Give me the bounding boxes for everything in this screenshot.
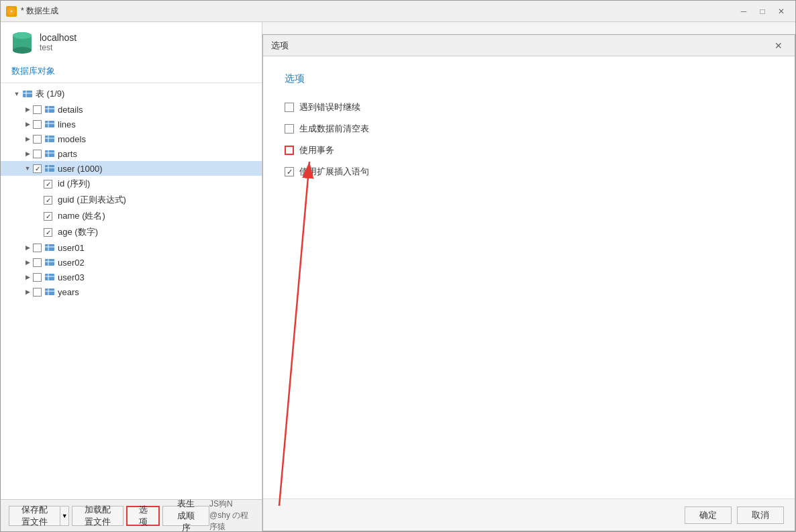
- option-label-3: 使用事务: [299, 144, 334, 156]
- svg-rect-9: [45, 106, 54, 113]
- checkbox-id[interactable]: [44, 180, 52, 189]
- maximize-button[interactable]: □: [754, 5, 771, 18]
- tree-item-years[interactable]: ▶ years: [1, 284, 262, 299]
- tree-item-models[interactable]: ▶ models: [1, 131, 262, 146]
- label-name: name (姓名): [58, 210, 105, 222]
- checkbox-use-transaction[interactable]: [285, 146, 294, 155]
- tree-item-user02[interactable]: ▶ user02: [1, 255, 262, 270]
- svg-rect-27: [45, 259, 54, 266]
- window-title: * 数据生成: [21, 5, 735, 17]
- svg-point-5: [13, 32, 32, 39]
- tree-item-details[interactable]: ▶ details: [1, 102, 262, 117]
- main-window: * * 数据生成 ─ □ ✕: [0, 0, 796, 532]
- option-label-2: 生成数据前清空表: [299, 123, 369, 135]
- confirm-button[interactable]: 确定: [685, 507, 732, 524]
- tree-item-id[interactable]: id (序列): [1, 176, 262, 192]
- checkbox-name[interactable]: [44, 212, 52, 221]
- option-row-4: 使用扩展插入语句: [285, 166, 773, 178]
- table-icon-details: [44, 104, 55, 115]
- label-user01: user01: [58, 243, 85, 253]
- table-icon-years: [44, 286, 55, 297]
- save-config-dropdown[interactable]: ▼: [60, 506, 70, 526]
- db-icon: [11, 30, 33, 54]
- dialog-title: 选项: [271, 40, 770, 52]
- title-bar: * * 数据生成 ─ □ ✕: [1, 1, 795, 22]
- label-id: id (序列): [58, 178, 90, 190]
- svg-point-4: [13, 47, 32, 54]
- checkbox-years[interactable]: [33, 288, 42, 297]
- tree-item-guid[interactable]: guid (正则表达式): [1, 192, 262, 208]
- svg-rect-12: [45, 121, 54, 127]
- option-row-2: 生成数据前清空表: [285, 123, 773, 135]
- label-user02: user02: [58, 258, 85, 268]
- left-panel: localhost test 数据库对象 ▼ 表 (1/9): [1, 22, 262, 531]
- checkbox-age[interactable]: [44, 228, 52, 237]
- cancel-button[interactable]: 取消: [737, 507, 784, 524]
- tree-item-parts[interactable]: ▶ parts: [1, 146, 262, 161]
- dialog-close-button[interactable]: ✕: [770, 38, 787, 54]
- checkbox-clear-before-generate[interactable]: [285, 124, 294, 134]
- table-group-label: 表 (1/9): [36, 88, 64, 100]
- tree-item-name[interactable]: name (姓名): [1, 208, 262, 224]
- svg-rect-33: [45, 288, 54, 295]
- expand-icon-user: ▼: [22, 163, 33, 174]
- expand-icon-user01: ▶: [22, 242, 33, 253]
- minimize-button[interactable]: ─: [735, 5, 752, 18]
- table-order-button[interactable]: 表生成顺序: [162, 506, 209, 526]
- label-user03: user03: [58, 272, 85, 282]
- svg-rect-24: [45, 244, 54, 251]
- option-label-1: 遇到错误时继续: [299, 101, 360, 113]
- checkbox-user01[interactable]: [33, 244, 42, 252]
- label-lines: lines: [58, 119, 76, 129]
- label-age: age (数字): [58, 226, 98, 238]
- table-icon-user03: [44, 272, 55, 282]
- checkbox-user[interactable]: [33, 164, 42, 173]
- dialog-footer: 确定 取消: [263, 498, 795, 531]
- table-icon-user01: [44, 242, 55, 253]
- expand-icon: ▼: [11, 89, 22, 99]
- checkbox-user02[interactable]: [33, 258, 42, 267]
- expand-icon-years: ▶: [22, 286, 33, 297]
- expand-icon-user03: ▶: [22, 272, 33, 282]
- checkbox-use-extended-insert[interactable]: [285, 167, 294, 176]
- tree-item-user03[interactable]: ▶ user03: [1, 270, 262, 284]
- checkbox-user03[interactable]: [33, 273, 42, 282]
- checkbox-details[interactable]: [33, 105, 42, 114]
- db-name-label: test: [40, 43, 77, 52]
- tree-item-age[interactable]: age (数字): [1, 224, 262, 240]
- checkbox-guid[interactable]: [44, 196, 52, 205]
- tree-area[interactable]: ▼ 表 (1/9) ▶: [1, 83, 262, 499]
- dialog-content: 选项 遇到错误时继续 生成数据前清空表 使用事务 使用扩展插入语句: [263, 56, 795, 498]
- checkbox-models[interactable]: [33, 135, 42, 144]
- window-controls: ─ □ ✕: [735, 5, 790, 18]
- expand-icon-parts: ▶: [22, 148, 33, 159]
- tree-item-lines[interactable]: ▶ lines: [1, 117, 262, 131]
- label-details: details: [58, 105, 83, 115]
- label-parts: parts: [58, 149, 77, 159]
- db-host: localhost: [40, 32, 77, 43]
- tree-item-user[interactable]: ▼ user (1000): [1, 161, 262, 176]
- options-button[interactable]: 选项: [126, 506, 160, 526]
- svg-rect-21: [45, 165, 54, 172]
- checkbox-continue-on-error[interactable]: [285, 103, 294, 112]
- tree-group-tables[interactable]: ▼ 表 (1/9): [1, 86, 262, 102]
- db-header: localhost test: [1, 22, 262, 60]
- table-icon-parts: [44, 148, 55, 159]
- table-icon-user02: [44, 257, 55, 268]
- options-dialog: 选项 ✕ 选项 遇到错误时继续 生成数据前清空表 使用事务: [262, 34, 795, 531]
- tree-item-user01[interactable]: ▶ user01: [1, 240, 262, 255]
- close-button[interactable]: ✕: [773, 5, 790, 18]
- svg-rect-6: [23, 91, 32, 97]
- save-config-button[interactable]: 保存配置文件: [9, 506, 60, 526]
- expand-icon-user02: ▶: [22, 257, 33, 268]
- app-icon: *: [6, 6, 17, 17]
- checkbox-parts[interactable]: [33, 150, 42, 158]
- load-config-button[interactable]: 加载配置文件: [72, 506, 123, 526]
- expand-icon-lines: ▶: [22, 119, 33, 129]
- option-label-4: 使用扩展插入语句: [299, 166, 369, 178]
- svg-text:*: *: [10, 9, 13, 15]
- db-info: localhost test: [40, 32, 77, 52]
- checkbox-lines[interactable]: [33, 120, 42, 129]
- dialog-section-title: 选项: [285, 72, 773, 85]
- svg-rect-15: [45, 136, 54, 142]
